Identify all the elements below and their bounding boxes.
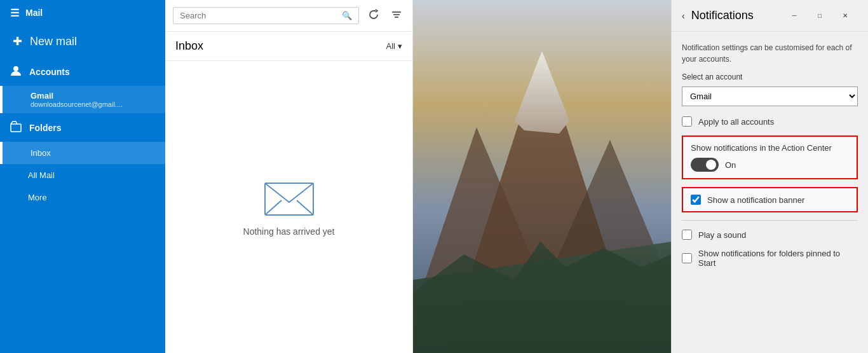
sound-checkbox[interactable] — [682, 230, 692, 240]
inbox-filter[interactable]: All ▾ — [386, 41, 402, 51]
notifications-header: ‹ Notifications ─ □ ✕ — [672, 0, 868, 32]
toggle-on-label: On — [725, 160, 736, 170]
toggle-row: On — [691, 158, 849, 172]
account-email: downloadsourcenet@gmail.... — [31, 100, 155, 108]
pinned-folders-row: Show notifications for folders pinned to… — [682, 249, 858, 268]
mountain-image — [413, 0, 671, 353]
all-mail-folder-label: All Mail — [28, 170, 55, 180]
search-icon: 🔍 — [342, 11, 352, 20]
empty-state-text: Nothing has arrived yet — [243, 226, 335, 237]
background-panel — [413, 0, 671, 353]
account-select[interactable]: Gmail — [682, 87, 858, 106]
folders-label: Folders — [29, 123, 62, 133]
toggle-thumb — [706, 160, 716, 170]
inbox-header: Inbox All ▾ — [165, 32, 412, 61]
svg-point-0 — [13, 66, 18, 71]
action-center-section: Show notifications in the Action Center … — [682, 135, 858, 179]
accounts-label: Accounts — [29, 67, 70, 77]
banner-checkbox-row: Show a notification banner — [691, 195, 849, 205]
inbox-folder-label: Inbox — [31, 148, 51, 158]
apply-all-checkbox[interactable] — [682, 116, 692, 127]
message-list-panel: 🔍 Inbox All ▾ Nothing has arrived yet — [165, 0, 413, 353]
sidebar-header: ☰ Mail — [0, 0, 165, 25]
filter-label: All — [386, 41, 395, 51]
play-sound-row: Play a sound — [682, 230, 858, 240]
select-account-label: Select an account — [682, 73, 858, 81]
chevron-down-icon: ▾ — [398, 41, 402, 51]
sidebar: ☰ Mail ✚ New mail Accounts Gmail downloa… — [0, 0, 165, 353]
back-button[interactable]: ‹ — [682, 11, 685, 21]
accounts-icon — [10, 65, 22, 78]
svg-rect-5 — [265, 183, 313, 215]
sidebar-item-folders[interactable]: Folders — [0, 113, 165, 142]
svg-line-6 — [265, 200, 281, 215]
action-center-toggle[interactable] — [691, 158, 719, 172]
svg-rect-1 — [11, 124, 21, 132]
notifications-body: Notification settings can be customised … — [672, 32, 868, 353]
sound-label[interactable]: Play a sound — [698, 230, 746, 240]
notifications-description: Notification settings can be customised … — [682, 42, 858, 65]
new-mail-icon: ✚ — [13, 34, 22, 48]
more-label: More — [28, 193, 47, 202]
banner-section: Show a notification banner — [682, 187, 858, 212]
pinned-checkbox[interactable] — [682, 253, 692, 263]
main-toolbar: 🔍 — [165, 0, 412, 32]
account-name: Gmail — [31, 91, 155, 100]
new-mail-button[interactable]: ✚ New mail — [0, 25, 165, 57]
notifications-panel: ‹ Notifications ─ □ ✕ Notification setti… — [671, 0, 868, 353]
action-center-label: Show notifications in the Action Center — [691, 143, 849, 153]
new-mail-label: New mail — [30, 35, 77, 48]
pinned-label[interactable]: Show notifications for folders pinned to… — [698, 249, 858, 268]
gmail-account-item[interactable]: Gmail downloadsourcenet@gmail.... — [0, 86, 165, 113]
empty-state: Nothing has arrived yet — [165, 61, 412, 353]
folders-icon — [10, 121, 22, 134]
app-title: Mail — [25, 8, 43, 18]
toggle-track — [691, 158, 719, 172]
svg-line-7 — [297, 200, 313, 215]
sidebar-item-more[interactable]: More — [0, 186, 165, 209]
close-button[interactable]: ✕ — [832, 6, 858, 26]
banner-label[interactable]: Show a notification banner — [707, 195, 804, 205]
apply-all-accounts-row: Apply to all accounts — [682, 116, 858, 127]
banner-checkbox[interactable] — [691, 195, 701, 205]
search-box[interactable]: 🔍 — [173, 7, 359, 24]
filter-icon[interactable] — [388, 6, 405, 25]
maximize-button[interactable]: □ — [807, 6, 832, 26]
divider — [682, 220, 858, 221]
hamburger-icon[interactable]: ☰ — [10, 7, 19, 19]
notifications-title: Notifications — [691, 9, 754, 22]
sidebar-item-inbox[interactable]: Inbox — [0, 142, 165, 164]
sidebar-item-all-mail[interactable]: All Mail — [0, 164, 165, 186]
search-input[interactable] — [180, 11, 337, 20]
window-controls: ─ □ ✕ — [782, 6, 858, 26]
inbox-title: Inbox — [175, 39, 203, 53]
sidebar-item-accounts[interactable]: Accounts — [0, 57, 165, 86]
apply-all-label[interactable]: Apply to all accounts — [698, 117, 774, 127]
envelope-icon — [264, 178, 315, 216]
refresh-icon[interactable] — [365, 6, 382, 25]
minimize-button[interactable]: ─ — [782, 6, 807, 26]
